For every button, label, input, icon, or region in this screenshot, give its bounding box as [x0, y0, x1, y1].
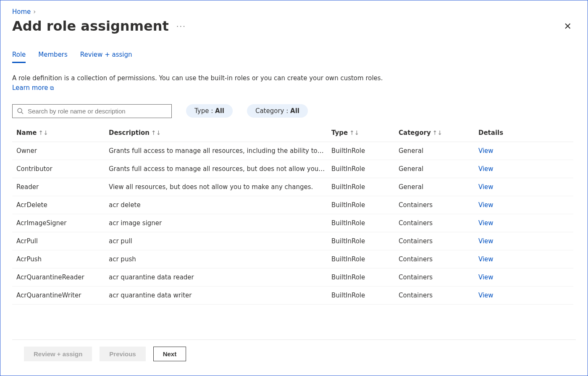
sort-icon: ↑↓: [151, 129, 161, 136]
table-row[interactable]: OwnerGrants full access to manage all re…: [12, 142, 573, 160]
filter-category-value: All: [290, 107, 299, 115]
cell-name: Contributor: [16, 165, 109, 173]
cell-category: Containers: [399, 237, 478, 245]
sort-icon: ↑↓: [349, 129, 359, 136]
view-link[interactable]: View: [478, 292, 494, 299]
cell-description: acr push: [109, 255, 331, 263]
cell-name: AcrQuarantineWriter: [16, 292, 109, 299]
cell-type: BuiltInRole: [331, 237, 399, 245]
col-type[interactable]: Type↑↓: [331, 129, 399, 137]
cell-name: Owner: [16, 147, 109, 155]
tab-review-assign[interactable]: Review + assign: [80, 51, 132, 63]
table-row[interactable]: AcrDeleteacr deleteBuiltInRoleContainers…: [12, 196, 573, 214]
svg-line-1: [21, 112, 23, 114]
col-details: Details: [478, 129, 529, 137]
more-actions-button[interactable]: ···: [176, 22, 186, 31]
sort-icon: ↑↓: [433, 129, 442, 136]
cell-description: acr image signer: [109, 219, 331, 227]
view-link[interactable]: View: [478, 165, 494, 173]
cell-category: General: [399, 183, 478, 191]
next-button[interactable]: Next: [153, 347, 186, 361]
breadcrumb: Home ›: [12, 8, 576, 16]
table-row[interactable]: AcrPullacr pullBuiltInRoleContainersView: [12, 232, 573, 250]
cell-category: Containers: [399, 292, 478, 299]
table-row[interactable]: AcrPushacr pushBuiltInRoleContainersView: [12, 250, 573, 268]
table-row[interactable]: AcrQuarantineReaderacr quarantine data r…: [12, 268, 573, 287]
cell-name: AcrQuarantineReader: [16, 273, 109, 281]
sort-icon: ↑↓: [38, 129, 48, 136]
breadcrumb-home[interactable]: Home: [12, 8, 31, 16]
content-scroll[interactable]: RoleMembersReview + assign A role defini…: [12, 51, 576, 339]
cell-type: BuiltInRole: [331, 201, 399, 209]
cell-description: View all resources, but does not allow y…: [109, 183, 331, 191]
cell-type: BuiltInRole: [331, 183, 399, 191]
cell-category: Containers: [399, 273, 478, 281]
cell-name: AcrPush: [16, 255, 109, 263]
filter-category-pill[interactable]: Category : All: [247, 104, 308, 118]
svg-point-0: [18, 108, 22, 113]
help-text: A role definition is a collection of per…: [12, 74, 390, 93]
chevron-right-icon: ›: [33, 8, 36, 16]
cell-category: Containers: [399, 255, 478, 263]
view-link[interactable]: View: [478, 255, 494, 263]
filter-type-value: All: [215, 107, 224, 115]
search-input[interactable]: [27, 107, 167, 115]
cell-type: BuiltInRole: [331, 255, 399, 263]
learn-more-link[interactable]: Learn more ⧉: [12, 84, 54, 92]
view-link[interactable]: View: [478, 273, 494, 281]
page-title: Add role assignment: [12, 18, 169, 34]
close-button[interactable]: ✕: [560, 19, 576, 33]
external-link-icon: ⧉: [50, 85, 54, 91]
table-row[interactable]: ReaderView all resources, but does not a…: [12, 178, 573, 196]
cell-category: General: [399, 165, 478, 173]
col-name[interactable]: Name↑↓: [16, 129, 109, 137]
cell-description: acr quarantine data reader: [109, 273, 331, 281]
cell-type: BuiltInRole: [331, 165, 399, 173]
view-link[interactable]: View: [478, 201, 494, 209]
horizontal-scrollbar[interactable]: [12, 368, 576, 376]
table-header: Name↑↓ Description↑↓ Type↑↓ Category↑↓ D…: [12, 124, 573, 142]
col-category[interactable]: Category↑↓: [399, 129, 478, 137]
cell-name: AcrImageSigner: [16, 219, 109, 227]
cell-name: AcrDelete: [16, 201, 109, 209]
view-link[interactable]: View: [478, 183, 494, 191]
col-description[interactable]: Description↑↓: [109, 129, 331, 137]
view-link[interactable]: View: [478, 147, 494, 155]
cell-type: BuiltInRole: [331, 147, 399, 155]
table-row[interactable]: AcrQuarantineWriteracr quarantine data w…: [12, 287, 573, 305]
cell-category: Containers: [399, 219, 478, 227]
cell-type: BuiltInRole: [331, 292, 399, 299]
cell-description: Grants full access to manage all resourc…: [109, 165, 331, 173]
cell-name: AcrPull: [16, 237, 109, 245]
help-text-body: A role definition is a collection of per…: [12, 74, 383, 82]
cell-description: acr pull: [109, 237, 331, 245]
footer-bar: Review + assign Previous Next: [12, 339, 576, 368]
table-row[interactable]: ContributorGrants full access to manage …: [12, 160, 573, 178]
filter-type-pill[interactable]: Type : All: [186, 104, 233, 118]
cell-category: General: [399, 147, 478, 155]
table-row[interactable]: AcrImageSigneracr image signerBuiltInRol…: [12, 214, 573, 232]
cell-type: BuiltInRole: [331, 219, 399, 227]
cell-category: Containers: [399, 201, 478, 209]
search-input-wrapper[interactable]: [12, 104, 172, 118]
roles-table: Name↑↓ Description↑↓ Type↑↓ Category↑↓ D…: [12, 124, 573, 305]
filter-type-label: Type :: [194, 107, 215, 115]
tab-role[interactable]: Role: [12, 51, 26, 63]
filter-category-label: Category :: [255, 107, 290, 115]
cell-description: acr delete: [109, 201, 331, 209]
tab-strip: RoleMembersReview + assign: [12, 51, 573, 63]
cell-type: BuiltInRole: [331, 273, 399, 281]
cell-name: Reader: [16, 183, 109, 191]
cell-description: Grants full access to manage all resourc…: [109, 147, 331, 155]
previous-button[interactable]: Previous: [100, 347, 145, 361]
tab-members[interactable]: Members: [38, 51, 68, 63]
cell-description: acr quarantine data writer: [109, 292, 331, 299]
review-assign-button[interactable]: Review + assign: [24, 347, 92, 361]
view-link[interactable]: View: [478, 219, 494, 227]
close-icon: ✕: [564, 21, 572, 32]
view-link[interactable]: View: [478, 237, 494, 245]
search-icon: [17, 108, 24, 114]
